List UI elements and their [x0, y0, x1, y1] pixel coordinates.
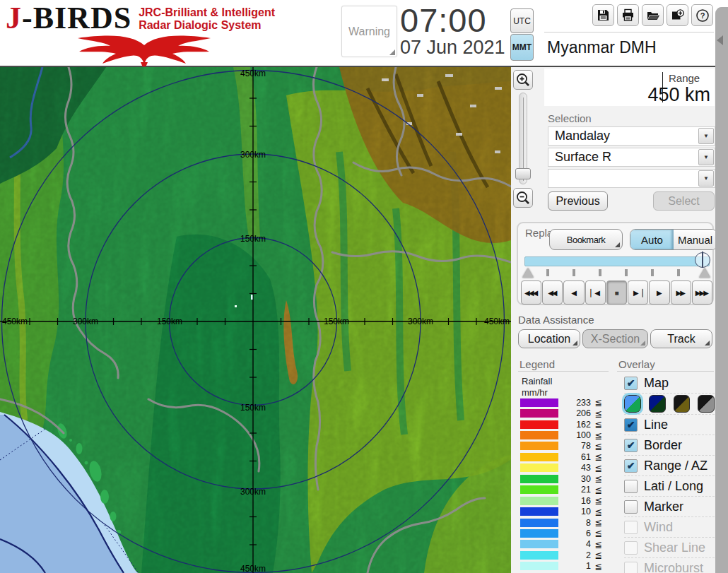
legend-row: 2 ≦ — [520, 550, 613, 560]
warning-panel[interactable]: Warning — [341, 6, 397, 57]
timeline-slider-thumb[interactable] — [695, 252, 710, 268]
legend-color-swatch — [520, 519, 558, 527]
overlay-label: Line — [644, 418, 668, 432]
print-button[interactable] — [617, 4, 639, 26]
legend-color-swatch — [520, 431, 558, 439]
timeline-tick — [599, 269, 601, 276]
legend-lte-sign: ≦ — [591, 463, 602, 473]
legend-lte-sign: ≦ — [591, 528, 602, 538]
legend-value: 43 — [558, 463, 591, 473]
legend-row: 10 ≦ — [520, 506, 613, 516]
open-folder-button[interactable] — [642, 4, 664, 26]
overlay-checkbox[interactable]: ✔ — [624, 459, 638, 473]
legend-value: 4 — [558, 539, 591, 549]
add-image-button[interactable] — [667, 4, 688, 26]
chevron-down-icon[interactable]: ▼ — [698, 128, 714, 144]
auto-button[interactable]: Auto — [630, 230, 674, 249]
open-folder-icon — [646, 8, 660, 22]
location-button[interactable]: Location — [518, 329, 580, 348]
panel-edge-strip — [715, 7, 728, 573]
overlay-row-shear-line: Shear Line — [624, 538, 715, 558]
logo-tagline: JRC-Brilliant & Intelligent Radar Dialog… — [139, 6, 275, 31]
station-dropdown[interactable]: Mandalay ▼ — [548, 126, 715, 146]
step-forward-button[interactable]: ▶▕ — [628, 280, 648, 305]
track-button[interactable]: Track — [650, 329, 712, 348]
manual-button[interactable]: Manual — [674, 230, 717, 249]
overlay-checkbox[interactable]: ✔ — [624, 439, 638, 452]
map-style-day[interactable] — [624, 395, 641, 413]
bookmark-button[interactable]: Bookmark — [549, 229, 623, 250]
date-display: 07 Jun 2021 — [400, 37, 506, 59]
rewind-fast-button[interactable]: ◀◀◀ — [521, 280, 541, 305]
legend-color-swatch — [520, 453, 558, 461]
xsection-button[interactable]: X-Section — [582, 329, 648, 348]
svg-text:300km: 300km — [240, 487, 266, 497]
panel-collapse-handle[interactable] — [717, 35, 723, 45]
zoom-slider-handle[interactable] — [515, 168, 531, 179]
overlay-label: Shear Line — [644, 540, 705, 555]
save-button[interactable] — [592, 4, 614, 26]
overlay-row-lati-long: Lati / Long — [624, 476, 715, 497]
legend-value: 2 — [558, 550, 591, 560]
legend-row: 6 ≦ — [520, 528, 613, 538]
zoom-out-button[interactable] — [513, 188, 533, 208]
previous-button[interactable]: Previous — [548, 191, 608, 211]
map-style-gray[interactable] — [698, 395, 715, 413]
select-button[interactable]: Select — [653, 191, 715, 211]
timeline-slider-track[interactable] — [524, 256, 710, 266]
legend-lte-sign: ≦ — [591, 550, 602, 560]
legend-row: 233 ≦ — [520, 397, 613, 408]
legend-lte-sign: ≦ — [591, 473, 602, 484]
legend-lte-sign: ≦ — [591, 561, 602, 572]
legend-color-swatch — [520, 398, 558, 407]
step-back-button[interactable]: ▏◀ — [585, 280, 606, 305]
overlay-label: Marker — [644, 500, 683, 514]
legend-row: 8 ≦ — [520, 517, 613, 528]
play-backward-button[interactable]: ◀ — [563, 280, 584, 305]
legend-row: 30 ≦ — [520, 473, 613, 484]
overlay-checkbox[interactable]: ✔ — [624, 418, 638, 432]
svg-text:450km: 450km — [484, 317, 510, 326]
chevron-down-icon[interactable]: ▼ — [698, 170, 714, 187]
overlay-row-border: ✔ Border — [624, 435, 715, 456]
forward-fast-button[interactable]: ▶▶▶ — [692, 280, 712, 305]
legend-color-swatch — [520, 420, 558, 429]
option-dropdown[interactable]: ▼ — [548, 169, 715, 188]
overlay-checkbox[interactable]: ✔ — [624, 377, 638, 390]
jbirds-application-window: J-BIRDS JRC-Brilliant & Intelligent Rada… — [0, 0, 728, 573]
chevron-down-icon[interactable]: ▼ — [698, 149, 714, 165]
map-style-dark-blue[interactable] — [649, 395, 666, 413]
legend-color-swatch — [520, 497, 558, 505]
overlay-checkbox[interactable] — [624, 500, 638, 514]
legend-row: 61 ≦ — [520, 451, 613, 462]
mmt-button[interactable]: MMT — [510, 34, 534, 61]
stop-button[interactable]: ■ — [606, 280, 627, 305]
overlay-checkbox[interactable] — [624, 480, 638, 493]
resize-corner-icon[interactable] — [389, 49, 395, 55]
zoom-in-button[interactable] — [513, 70, 533, 90]
timeline-end-marker[interactable] — [699, 268, 710, 278]
overlay-checkbox — [624, 521, 638, 534]
rewind-button[interactable]: ◀◀ — [542, 280, 563, 305]
help-button[interactable]: ? — [691, 4, 713, 26]
legend-lte-sign: ≦ — [591, 419, 602, 430]
radar-map-canvas[interactable]: 450km 300km 150km 150km 300km 450km 450k… — [0, 67, 511, 573]
timeline-start-marker[interactable] — [522, 268, 534, 278]
product-dropdown[interactable]: Surface R ▼ — [548, 148, 715, 167]
utc-button[interactable]: UTC — [510, 8, 534, 33]
legend-value: 100 — [558, 430, 591, 440]
forward-button[interactable]: ▶▶ — [671, 280, 691, 305]
radar-map[interactable]: 450km 300km 150km 150km 300km 450km 450k… — [0, 67, 511, 573]
legend-lte-sign: ≦ — [591, 507, 602, 517]
legend-color-swatch — [520, 442, 558, 450]
product-dropdown-value: Surface R — [548, 150, 698, 165]
logo-j: J — [6, 1, 22, 35]
legend-divider — [518, 371, 609, 372]
play-button[interactable]: ▶ — [649, 280, 669, 305]
map-style-olive[interactable] — [674, 395, 691, 413]
legend-row: 100 ≦ — [520, 430, 613, 440]
legend-value: 162 — [558, 420, 591, 430]
overlay-row-marker: Marker — [624, 497, 715, 517]
legend-value: 233 — [558, 398, 591, 408]
svg-text:450km: 450km — [240, 69, 266, 78]
